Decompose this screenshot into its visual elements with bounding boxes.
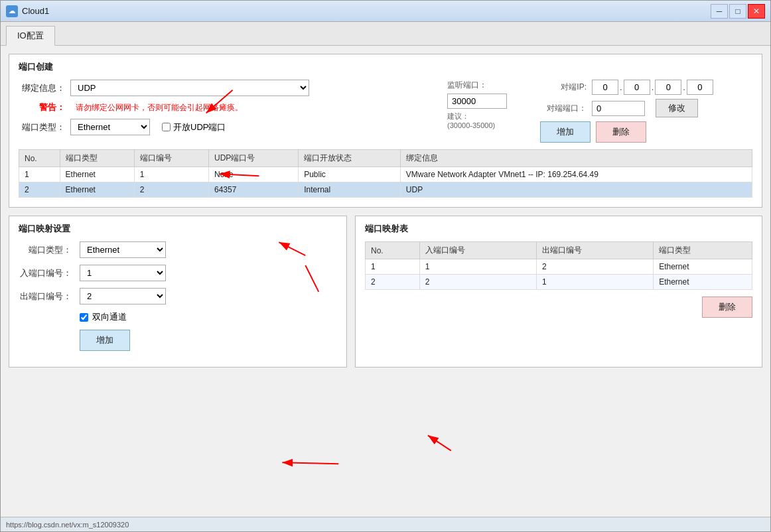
in-port-label: 入端口编号： [19, 267, 72, 279]
listen-port-label: 监听端口： [447, 80, 487, 90]
ip-input-row: . . . [592, 80, 713, 95]
port-type-row: 端口类型： Ethernet Serial 开放UDP端口 [19, 119, 434, 135]
port-table: No. 端口类型 端口编号 UDP端口号 端口开放状态 绑定信息 1 Ether… [19, 149, 752, 198]
del-port-button[interactable]: 删除 [596, 121, 646, 143]
statusbar-text: https://blog.csdn.net/vx:m_s12009320 [6, 521, 129, 529]
warning-label: 警告： [19, 101, 65, 113]
map-del-button[interactable]: 删除 [702, 297, 752, 318]
main-content: 端口创建 绑定信息： UDP TCP 警告： 请勿绑定公网 [1, 46, 770, 517]
remote-port-row: 对端端口： 0 修改 [540, 99, 752, 117]
in-port-select[interactable]: 1 2 [80, 265, 166, 281]
col-status: 端口开放状态 [299, 150, 401, 167]
mapping-table: No. 入端口编号 出端口编号 端口类型 1 1 2 Ethernet 2 2 … [365, 241, 752, 290]
remote-ip-label: 对端IP: [540, 82, 587, 93]
out-port-row: 出端口编号： 1 2 [19, 288, 337, 304]
warning-text: 请勿绑定公网网卡，否则可能会引起网络瘫痪。 [76, 102, 243, 113]
remote-col: 对端IP: . . . 对端端口： [540, 80, 752, 143]
warning-row: 警告： 请勿绑定公网网卡，否则可能会引起网络瘫痪。 [19, 101, 434, 113]
port-creation-section: 端口创建 绑定信息： UDP TCP 警告： 请勿绑定公网 [9, 54, 762, 208]
map-col-out: 出端口编号 [536, 242, 653, 259]
col-num: 端口编号 [134, 150, 208, 167]
port-mapping-table-section: 端口映射表 No. 入端口编号 出端口编号 端口类型 1 1 2 Etherne [355, 216, 762, 367]
maximize-button[interactable]: □ [729, 4, 746, 19]
col-binding: 绑定信息 [400, 150, 752, 167]
table-row[interactable]: 2 2 1 Ethernet [366, 275, 752, 290]
in-port-row: 入端口编号： 1 2 [19, 265, 337, 281]
table-row[interactable]: 1 1 2 Ethernet [366, 259, 752, 275]
hint-label: 建议： [447, 111, 527, 121]
remote-ip-row: 对端IP: . . . [540, 80, 752, 95]
col-udp: UDP端口号 [208, 150, 298, 167]
bottom-sections: 端口映射设置 端口类型： Ethernet Serial 入端口编号： 1 2 [9, 216, 762, 375]
out-port-select[interactable]: 1 2 [80, 288, 166, 304]
ip-octet-4[interactable] [687, 80, 713, 95]
minimize-button[interactable]: ─ [711, 4, 728, 19]
close-button[interactable]: ✕ [748, 4, 765, 19]
map-col-type: 端口类型 [654, 242, 752, 259]
map-col-in: 入端口编号 [419, 242, 536, 259]
hint-value: (30000-35000) [447, 121, 527, 129]
listen-port-col: 监听端口： 30000 建议： (30000-35000) [447, 80, 527, 143]
remote-port-label: 对端端口： [540, 103, 587, 114]
map-port-type-select[interactable]: Ethernet Serial [80, 241, 166, 258]
map-add-button[interactable]: 增加 [80, 330, 130, 351]
out-port-label: 出端口编号： [19, 291, 72, 302]
open-udp-checkbox[interactable] [162, 123, 171, 131]
statusbar: https://blog.csdn.net/vx:m_s12009320 [1, 517, 770, 531]
app-icon: ☁ [6, 5, 18, 17]
map-port-type-label: 端口类型： [19, 244, 72, 256]
port-mapping-settings-section: 端口映射设置 端口类型： Ethernet Serial 入端口编号： 1 2 [9, 216, 347, 367]
bidirectional-label-row[interactable]: 双向通道 [80, 311, 127, 323]
port-type-select[interactable]: Ethernet Serial [70, 119, 150, 135]
tab-bar: IO配置 [1, 22, 770, 46]
map-col-no: No. [366, 242, 420, 259]
table-row[interactable]: 1 Ethernet 1 None Public VMware Network … [19, 167, 752, 182]
col-type: 端口类型 [60, 150, 134, 167]
ip-octet-2[interactable] [624, 80, 650, 95]
binding-label: 绑定信息： [19, 82, 65, 94]
map-port-type-row: 端口类型： Ethernet Serial [19, 241, 337, 258]
map-del-row: 删除 [365, 297, 752, 318]
window-title: Cloud1 [22, 6, 711, 16]
action-buttons: 增加 删除 [540, 121, 752, 143]
bidirectional-checkbox[interactable] [80, 313, 88, 322]
map-add-row: 增加 [19, 330, 337, 351]
table-row[interactable]: 2 Ethernet 2 64357 Internal UDP [19, 182, 752, 198]
mapping-settings-title: 端口映射设置 [19, 223, 337, 235]
listen-port-input[interactable]: 30000 [447, 94, 507, 109]
remote-port-input[interactable]: 0 [592, 101, 645, 116]
tab-io-config[interactable]: IO配置 [6, 26, 55, 46]
port-creation-title: 端口创建 [19, 61, 752, 73]
modify-button[interactable]: 修改 [656, 99, 698, 117]
col-no: No. [19, 150, 60, 167]
bidirectional-row: 双向通道 [19, 311, 337, 323]
binding-select[interactable]: UDP TCP [70, 80, 309, 96]
title-bar: ☁ Cloud1 ─ □ ✕ [1, 1, 770, 22]
ip-octet-3[interactable] [655, 80, 681, 95]
bidirectional-label: 双向通道 [92, 311, 127, 323]
mapping-table-title: 端口映射表 [365, 223, 752, 235]
window-controls: ─ □ ✕ [711, 4, 765, 19]
port-type-label: 端口类型： [19, 121, 65, 133]
open-udp-label: 开放UDP端口 [173, 121, 226, 133]
binding-row: 绑定信息： UDP TCP [19, 80, 434, 96]
add-port-button[interactable]: 增加 [540, 121, 591, 143]
open-udp-checkbox-row[interactable]: 开放UDP端口 [162, 121, 226, 133]
ip-octet-1[interactable] [592, 80, 618, 95]
